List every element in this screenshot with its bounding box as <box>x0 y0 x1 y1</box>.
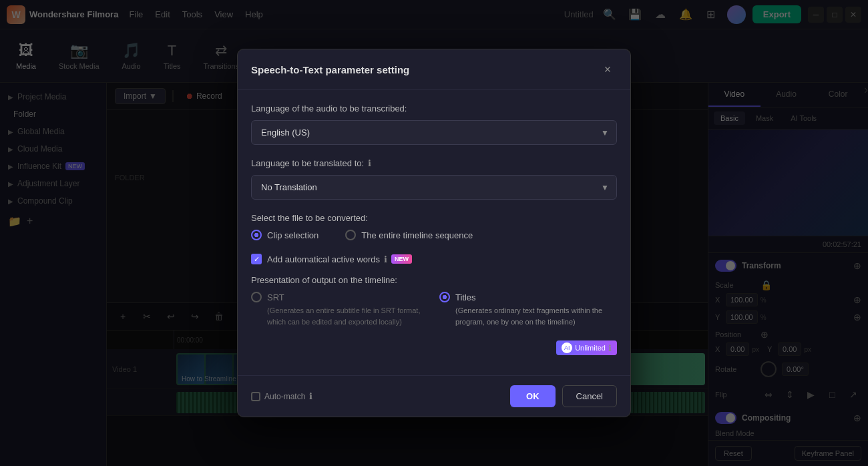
titles-title-row: Titles <box>439 292 617 302</box>
speech-to-text-dialog: Speech-to-Text parameter setting × Langu… <box>237 49 631 417</box>
auto-match-row: Auto-match ℹ <box>251 391 503 401</box>
titles-desc: (Generates ordinary text fragments withi… <box>455 305 617 327</box>
dialog-header: Speech-to-Text parameter setting × <box>238 49 630 90</box>
dialog-close-button[interactable]: × <box>598 60 617 79</box>
timeline-sequence-radio[interactable] <box>345 230 356 240</box>
titles-radio[interactable] <box>439 292 450 302</box>
file-selection-section: Select the file to be converted: Clip se… <box>251 213 617 240</box>
clip-selection-label: Clip selection <box>267 230 318 240</box>
titles-option: Titles (Generates ordinary text fragment… <box>439 292 617 327</box>
dialog-title: Speech-to-Text parameter setting <box>251 64 409 75</box>
unlimited-row: AI Unlimited ℹ <box>251 340 617 355</box>
lang-translate-label: Language to be translated to: ℹ <box>251 158 617 168</box>
lang-audio-label: Language of the audio to be transcribed: <box>251 103 617 113</box>
lang-audio-select[interactable]: English (US) <box>251 120 617 145</box>
unlimited-info-icon[interactable]: ℹ <box>608 343 612 353</box>
lang-translate-select[interactable]: No Translation <box>251 175 617 200</box>
lang-translate-wrapper: No Translation ▼ <box>251 175 617 200</box>
timeline-sequence-label: The entire timeline sequence <box>361 230 473 240</box>
timeline-sequence-option[interactable]: The entire timeline sequence <box>345 230 473 240</box>
ai-icon: AI <box>562 342 572 353</box>
srt-radio[interactable] <box>251 292 262 302</box>
dialog-overlay: Speech-to-Text parameter setting × Langu… <box>0 0 868 466</box>
lang-translate-info-icon[interactable]: ℹ <box>368 158 371 168</box>
ok-button[interactable]: OK <box>510 385 556 407</box>
titles-label: Titles <box>455 292 476 302</box>
auto-match-checkbox[interactable] <box>251 392 260 401</box>
add-words-label: Add automatical active words ℹ NEW <box>267 254 412 264</box>
auto-match-label: Auto-match <box>264 392 305 401</box>
file-radio-group: Clip selection The entire timeline seque… <box>251 230 617 240</box>
dialog-footer: Auto-match ℹ OK Cancel <box>238 375 630 417</box>
auto-match-info-icon[interactable]: ℹ <box>309 391 312 401</box>
dialog-body: Language of the audio to be transcribed:… <box>238 90 630 375</box>
add-words-section: ✓ Add automatical active words ℹ NEW <box>251 254 617 264</box>
output-label: Presentation of output on the timeline: <box>251 275 617 285</box>
unlimited-badge: AI Unlimited ℹ <box>556 340 617 355</box>
add-words-info-icon[interactable]: ℹ <box>384 254 387 264</box>
unlimited-label: Unlimited <box>575 344 606 352</box>
srt-title-row: SRT <box>251 292 429 302</box>
lang-audio-section: Language of the audio to be transcribed:… <box>251 103 617 145</box>
lang-translate-section: Language to be translated to: ℹ No Trans… <box>251 158 617 200</box>
output-section: Presentation of output on the timeline: … <box>251 275 617 327</box>
cancel-button[interactable]: Cancel <box>562 385 617 407</box>
clip-selection-radio[interactable] <box>251 230 262 240</box>
lang-audio-wrapper: English (US) ▼ <box>251 120 617 145</box>
add-words-new-badge: NEW <box>391 254 412 264</box>
srt-desc: (Generates an entire subtitle file in SR… <box>267 305 429 327</box>
clip-selection-option[interactable]: Clip selection <box>251 230 318 240</box>
footer-buttons: OK Cancel <box>510 385 617 407</box>
add-words-checkbox[interactable]: ✓ <box>251 254 262 264</box>
srt-label: SRT <box>267 292 284 302</box>
output-options-grid: SRT (Generates an entire subtitle file i… <box>251 292 617 327</box>
srt-option: SRT (Generates an entire subtitle file i… <box>251 292 429 327</box>
file-label: Select the file to be converted: <box>251 213 617 223</box>
